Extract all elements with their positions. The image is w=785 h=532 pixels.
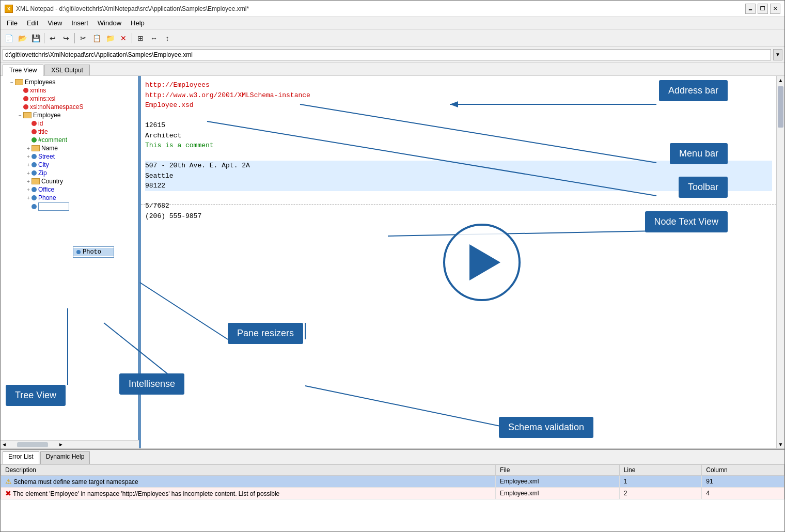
dot-city xyxy=(32,162,37,167)
save-button[interactable]: 💾 xyxy=(29,32,42,44)
menu-window[interactable]: Window xyxy=(93,18,125,28)
menu-file[interactable]: File xyxy=(3,18,22,28)
dot-xsi-nons xyxy=(23,104,28,109)
tree-node-office[interactable]: + Office xyxy=(1,185,138,194)
new-button[interactable]: 📄 xyxy=(3,32,15,44)
tree-node-editing[interactable] xyxy=(1,202,138,211)
tree-label-employees: Employees xyxy=(25,79,55,86)
hscroll-thumb[interactable] xyxy=(17,442,48,447)
callout-toolbar: Toolbar xyxy=(679,177,728,198)
dot-phone xyxy=(32,195,37,200)
expand-name[interactable]: + xyxy=(25,146,32,151)
expand-office[interactable]: + xyxy=(25,187,32,193)
expand-city[interactable]: + xyxy=(25,162,32,168)
zoom-width-button[interactable]: ↔ xyxy=(148,32,160,44)
xml-line-6: Architect xyxy=(145,131,772,141)
paste-button[interactable]: 📁 xyxy=(104,32,116,44)
vertical-scrollbar[interactable]: ▲ ▼ xyxy=(776,76,784,448)
expand-phone[interactable]: + xyxy=(25,195,32,201)
expand-employees[interactable]: − xyxy=(9,80,15,85)
tree-node-comment[interactable]: #comment xyxy=(1,136,138,144)
play-circle[interactable] xyxy=(443,224,521,301)
callout-address-bar: Address bar xyxy=(659,80,728,101)
dot-office xyxy=(32,187,37,192)
toolbar-separator-1 xyxy=(44,33,44,43)
cut-button[interactable]: ✂ xyxy=(77,32,89,44)
expand-country[interactable]: + xyxy=(25,179,32,184)
tree-node-country[interactable]: + Country xyxy=(1,177,138,185)
bottom-tab-error-list[interactable]: Error List xyxy=(3,451,39,464)
app-icon: X xyxy=(5,5,13,13)
xml-line-13: 5/7682 xyxy=(145,201,772,211)
tree-node-xsi-nons[interactable]: xsi:noNamespaceS xyxy=(1,103,138,111)
error-row-2-file: Employee.xml xyxy=(496,488,620,499)
toolbar-separator-2 xyxy=(74,33,75,43)
minimize-button[interactable]: 🗕 xyxy=(745,4,756,14)
callout-menu-bar: Menu bar xyxy=(670,143,728,164)
tree-node-zip[interactable]: + Zip xyxy=(1,169,138,177)
zoom-height-button[interactable]: ↕ xyxy=(161,32,174,44)
tree-node-title[interactable]: title xyxy=(1,128,138,136)
dot-title xyxy=(32,129,37,134)
horizontal-scrollbar[interactable]: ◄ ► xyxy=(1,440,139,448)
intellisense-item-photo[interactable]: Photo xyxy=(73,248,114,256)
error-row-1[interactable]: ⚠ Schema must define same target namespa… xyxy=(1,476,784,488)
tree-node-xmlns[interactable]: xmlns xyxy=(1,86,138,95)
menu-bar: File Edit View Insert Window Help xyxy=(1,17,784,29)
tree-node-employees[interactable]: − Employees xyxy=(1,78,138,86)
tree-label-phone: Phone xyxy=(38,194,56,201)
dot-comment xyxy=(32,137,37,143)
tree-node-phone[interactable]: + Phone xyxy=(1,194,138,202)
dot-street xyxy=(32,154,37,159)
scroll-up-button[interactable]: ▲ xyxy=(777,76,784,84)
tree-node-xmlns-xsi[interactable]: xmlns:xsi xyxy=(1,95,138,103)
copy-button[interactable]: 📋 xyxy=(90,32,103,44)
error-row-2[interactable]: ✖ The element 'Employee' in namespace 'h… xyxy=(1,488,784,499)
scroll-down-button[interactable]: ▼ xyxy=(777,440,784,448)
tree-node-employee[interactable]: − Employee xyxy=(1,111,138,119)
undo-button[interactable]: ↩ xyxy=(46,32,59,44)
tab-xsl-output[interactable]: XSL Output xyxy=(44,65,90,75)
tree-node-id[interactable]: id xyxy=(1,119,138,128)
address-dropdown[interactable]: ▼ xyxy=(773,49,782,60)
tree-node-city[interactable]: + City xyxy=(1,161,138,169)
menu-edit[interactable]: Edit xyxy=(23,18,42,28)
address-input[interactable] xyxy=(3,49,771,60)
callout-schema-validation: Schema validation xyxy=(499,417,593,438)
hscroll-left-arrow[interactable]: ◄ xyxy=(2,442,7,447)
close-button[interactable]: ✕ xyxy=(770,4,780,14)
expand-button[interactable]: ⊞ xyxy=(134,32,147,44)
tab-tree-view[interactable]: Tree View xyxy=(3,65,43,76)
bottom-tab-dynamic-help[interactable]: Dynamic Help xyxy=(40,451,90,464)
expand-employee[interactable]: − xyxy=(17,113,23,118)
bottom-tabs: Error List Dynamic Help xyxy=(1,450,784,464)
menu-insert[interactable]: Insert xyxy=(67,18,92,28)
error-row-2-description: ✖ The element 'Employee' in namespace 'h… xyxy=(1,488,496,499)
menu-help[interactable]: Help xyxy=(127,18,149,28)
tree-node-street[interactable]: + Street xyxy=(1,152,138,161)
callout-tree-view: Tree View xyxy=(6,385,66,406)
maximize-button[interactable]: 🗖 xyxy=(758,4,768,14)
tree-label-id: id xyxy=(38,120,43,127)
delete-button[interactable]: ✕ xyxy=(117,32,130,44)
open-button[interactable]: 📂 xyxy=(16,32,28,44)
error-table-header-row: Description File Line Column xyxy=(1,465,784,476)
expand-zip[interactable]: + xyxy=(25,170,32,176)
tree-label-xsi-nons: xsi:noNamespaceS xyxy=(30,103,83,111)
redo-button[interactable]: ↪ xyxy=(60,32,72,44)
error-row-1-line: 1 xyxy=(619,476,702,488)
error-row-1-file: Employee.xml xyxy=(496,476,620,488)
content-pane: http://Employees http://www.w3.org/2001/… xyxy=(141,76,776,448)
tree-edit-input[interactable] xyxy=(38,202,69,211)
xml-line-4 xyxy=(145,111,772,121)
tree-label-zip: Zip xyxy=(38,169,47,177)
hscroll-right-arrow[interactable]: ► xyxy=(58,442,64,447)
expand-street[interactable]: + xyxy=(25,154,32,160)
menu-view[interactable]: View xyxy=(43,18,66,28)
error-row-2-column: 4 xyxy=(702,488,784,499)
tree-node-name[interactable]: + Name xyxy=(1,144,138,152)
play-button[interactable] xyxy=(443,224,521,301)
tree-label-country: Country xyxy=(41,178,63,185)
scroll-thumb[interactable] xyxy=(778,86,783,128)
xml-line-3: Employee.xsd xyxy=(145,100,772,111)
